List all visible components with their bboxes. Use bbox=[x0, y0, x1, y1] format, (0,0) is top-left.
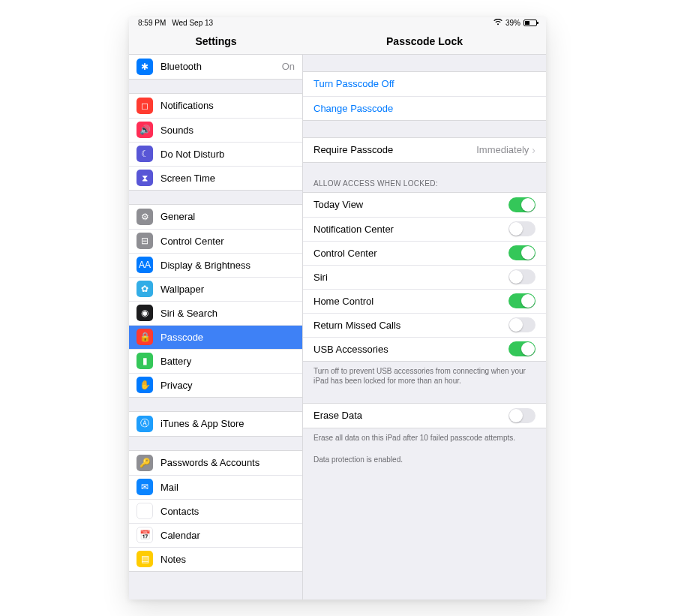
sidebar-item-calendar[interactable]: 📅Calendar bbox=[129, 523, 302, 547]
sidebar-item-notifications[interactable]: ◻Notifications bbox=[129, 94, 302, 118]
allow-row-notification-center[interactable]: Notification Center bbox=[303, 217, 546, 241]
sidebar-item-control-center[interactable]: ⊟Control Center bbox=[129, 229, 302, 253]
change-passcode-label: Change Passcode bbox=[314, 103, 536, 114]
allow-row-label: Siri bbox=[314, 272, 508, 283]
status-battery-pct: 39% bbox=[506, 19, 520, 27]
sounds-icon: 🔊 bbox=[136, 122, 153, 138]
allow-toggle[interactable] bbox=[508, 221, 536, 236]
allow-row-label: Control Center bbox=[314, 248, 508, 259]
sidebar-item-value: On bbox=[282, 61, 295, 72]
appstore-icon: Ⓐ bbox=[136, 416, 153, 432]
sidebar-item-passwords-accounts[interactable]: 🔑Passwords & Accounts bbox=[129, 451, 302, 475]
require-passcode-row[interactable]: Require Passcode Immediately › bbox=[303, 138, 546, 162]
sidebar-item-label: General bbox=[160, 211, 295, 222]
sidebar-item-label: Notifications bbox=[160, 100, 295, 111]
sidebar-item-label: Sounds bbox=[160, 125, 295, 136]
dnd-icon: ☾ bbox=[136, 146, 153, 162]
erase-data-row[interactable]: Erase Data bbox=[303, 404, 546, 428]
allow-row-siri[interactable]: Siri bbox=[303, 265, 546, 289]
sidebar-item-label: Passcode bbox=[160, 332, 295, 343]
require-passcode-value: Immediately bbox=[476, 144, 529, 155]
detail-title: Passcode Lock bbox=[303, 29, 546, 54]
allow-toggle[interactable] bbox=[508, 317, 536, 332]
allow-access-header: ALLOW ACCESS WHEN LOCKED: bbox=[303, 163, 546, 192]
allow-row-label: Home Control bbox=[314, 296, 508, 307]
erase-footer-note: Erase all data on this iPad after 10 fai… bbox=[303, 428, 546, 443]
sidebar-item-label: Calendar bbox=[160, 530, 295, 541]
sidebar-title: Settings bbox=[129, 29, 303, 54]
allow-row-label: USB Accessories bbox=[314, 344, 508, 355]
notes-icon: ▤ bbox=[136, 551, 153, 567]
allow-access-group: Today ViewNotification CenterControl Cen… bbox=[303, 192, 546, 362]
sidebar-item-label: Screen Time bbox=[160, 173, 295, 184]
sidebar-item-bluetooth[interactable]: ✱BluetoothOn bbox=[129, 55, 302, 79]
sidebar-item-itunes-app-store[interactable]: ⒶiTunes & App Store bbox=[129, 412, 302, 436]
sidebar-item-label: Do Not Disturb bbox=[160, 149, 295, 160]
protection-footer-note: Data protection is enabled. bbox=[303, 450, 546, 465]
passwords-icon: 🔑 bbox=[136, 455, 153, 471]
sidebar-item-label: Battery bbox=[160, 356, 295, 367]
sidebar-item-general[interactable]: ⚙General bbox=[129, 205, 302, 229]
bluetooth-icon: ✱ bbox=[136, 59, 153, 75]
ipad-settings-window: 8:59 PM Wed Sep 13 39% Settings Passcode… bbox=[129, 17, 546, 599]
allow-toggle[interactable] bbox=[508, 293, 536, 308]
allow-row-label: Notification Center bbox=[314, 224, 508, 235]
turn-passcode-off-label: Turn Passcode Off bbox=[314, 78, 536, 89]
allow-row-label: Return Missed Calls bbox=[314, 320, 508, 331]
turn-passcode-off-row[interactable]: Turn Passcode Off bbox=[303, 72, 546, 96]
sidebar-item-label: Mail bbox=[160, 482, 295, 493]
header-bar: Settings Passcode Lock bbox=[129, 29, 546, 55]
sidebar-item-label: Control Center bbox=[160, 236, 295, 247]
status-time: 8:59 PM bbox=[138, 19, 166, 27]
wifi-icon bbox=[494, 19, 502, 27]
sidebar-item-screen-time[interactable]: ⧗Screen Time bbox=[129, 166, 302, 190]
usb-footer-note: Turn off to prevent USB accessories from… bbox=[303, 362, 546, 386]
allow-toggle[interactable] bbox=[508, 197, 536, 212]
allow-row-today-view[interactable]: Today View bbox=[303, 193, 546, 217]
change-passcode-row[interactable]: Change Passcode bbox=[303, 96, 546, 120]
sidebar-item-mail[interactable]: ✉Mail bbox=[129, 475, 302, 499]
passcode-icon: 🔒 bbox=[136, 329, 153, 345]
display-icon: AA bbox=[136, 257, 153, 273]
sidebar-item-privacy[interactable]: ✋Privacy bbox=[129, 373, 302, 397]
allow-row-usb-accessories[interactable]: USB Accessories bbox=[303, 337, 546, 361]
controlcenter-icon: ⊟ bbox=[136, 233, 153, 249]
allow-row-control-center[interactable]: Control Center bbox=[303, 241, 546, 265]
require-passcode-label: Require Passcode bbox=[314, 144, 476, 155]
siri-icon: ◉ bbox=[136, 305, 153, 321]
sidebar-item-label: Privacy bbox=[160, 380, 295, 391]
screentime-icon: ⧗ bbox=[136, 170, 153, 186]
status-bar: 8:59 PM Wed Sep 13 39% bbox=[129, 17, 546, 29]
sidebar-item-passcode[interactable]: 🔒Passcode bbox=[129, 325, 302, 349]
sidebar-item-label: Notes bbox=[160, 554, 295, 565]
allow-toggle[interactable] bbox=[508, 269, 536, 284]
allow-row-return-missed-calls[interactable]: Return Missed Calls bbox=[303, 313, 546, 337]
contacts-icon: ☺ bbox=[136, 503, 153, 519]
sidebar-item-label: Passwords & Accounts bbox=[160, 457, 295, 468]
erase-data-toggle[interactable] bbox=[508, 408, 536, 423]
sidebar-item-siri-search[interactable]: ◉Siri & Search bbox=[129, 301, 302, 325]
sidebar-item-notes[interactable]: ▤Notes bbox=[129, 547, 302, 571]
sidebar-item-sounds[interactable]: 🔊Sounds bbox=[129, 118, 302, 142]
chevron-right-icon: › bbox=[532, 144, 536, 156]
sidebar-item-display-brightness[interactable]: AADisplay & Brightness bbox=[129, 253, 302, 277]
sidebar-item-label: Siri & Search bbox=[160, 308, 295, 319]
battery-icon bbox=[524, 20, 537, 26]
sidebar-item-wallpaper[interactable]: ✿Wallpaper bbox=[129, 277, 302, 301]
sidebar-item-label: Contacts bbox=[160, 506, 295, 517]
calendar-icon: 📅 bbox=[136, 527, 153, 543]
sidebar-item-label: iTunes & App Store bbox=[160, 418, 295, 429]
passcode-detail-pane[interactable]: Turn Passcode Off Change Passcode Requir… bbox=[303, 55, 546, 599]
allow-toggle[interactable] bbox=[508, 341, 536, 356]
privacy-icon: ✋ bbox=[136, 377, 153, 393]
settings-sidebar[interactable]: ✱BluetoothOn◻Notifications🔊Sounds☾Do Not… bbox=[129, 55, 303, 599]
wallpaper-icon: ✿ bbox=[136, 281, 153, 297]
sidebar-item-battery[interactable]: ▮Battery bbox=[129, 349, 302, 373]
general-icon: ⚙ bbox=[136, 209, 153, 225]
sidebar-item-contacts[interactable]: ☺Contacts bbox=[129, 499, 302, 523]
sidebar-item-do-not-disturb[interactable]: ☾Do Not Disturb bbox=[129, 142, 302, 166]
sidebar-item-label: Display & Brightness bbox=[160, 260, 295, 271]
allow-row-home-control[interactable]: Home Control bbox=[303, 289, 546, 313]
allow-toggle[interactable] bbox=[508, 245, 536, 260]
sidebar-item-label: Wallpaper bbox=[160, 284, 295, 295]
